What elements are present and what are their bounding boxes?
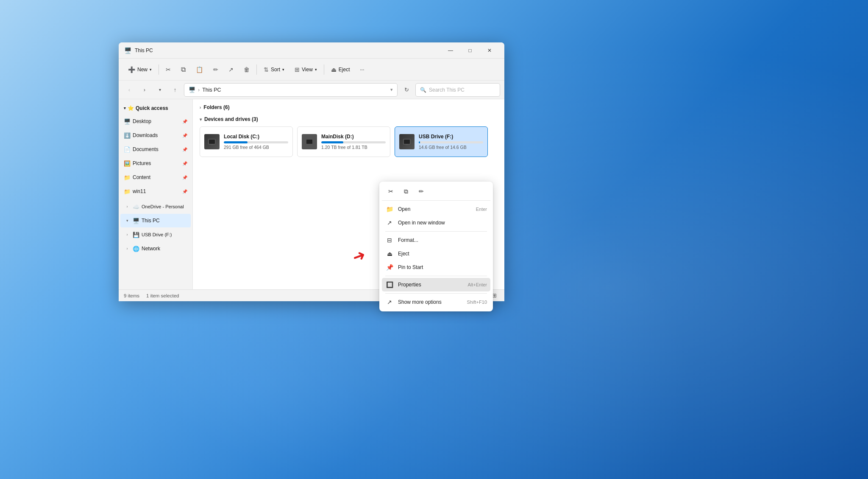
toolbar-separator-2 — [256, 64, 257, 75]
search-icon: 🔍 — [420, 87, 426, 93]
sidebar: ▾ ⭐ Quick access 🖥️ Desktop 📌 ⬇️ Downloa… — [119, 99, 193, 289]
usb-expand-icon: › — [124, 231, 131, 238]
ctx-open-new-window-label: Open in new window — [398, 220, 483, 226]
toolbar-separator-3 — [324, 64, 324, 75]
drive-f-name: USB Drive (F:) — [419, 134, 483, 140]
drive-f-icon — [399, 134, 415, 149]
explorer-window: 🖥️ This PC — □ ✕ ➕ New ▾ ✂ ⧉ 📋 ✏ ↗ — [119, 42, 504, 301]
drive-f[interactable]: USB Drive (F:) 14.6 GB free of 14.6 GB — [395, 126, 488, 157]
desktop-pin-icon: 📌 — [182, 119, 187, 124]
sidebar-onedrive-label: OneDrive - Personal — [142, 204, 187, 209]
window-title: This PC — [135, 48, 441, 53]
refresh-button[interactable]: ↻ — [400, 84, 413, 96]
toolbar-separator-1 — [159, 64, 159, 75]
delete-icon: 🗑 — [244, 66, 250, 73]
sidebar-item-downloads[interactable]: ⬇️ Downloads 📌 — [120, 129, 191, 142]
address-bar: ‹ › ▾ ↑ 🖥️ › This PC ▾ ↻ 🔍 Search This P… — [119, 81, 504, 99]
ctx-open-new-window-item[interactable]: ↗ Open in new window — [382, 216, 490, 230]
cut-icon: ✂ — [166, 66, 171, 73]
ctx-pin-start-label: Pin to Start — [398, 264, 487, 270]
folders-header[interactable]: › Folders (6) — [200, 104, 498, 110]
sidebar-documents-label: Documents — [133, 146, 180, 152]
drive-d-name: MainDisk (D:) — [321, 134, 386, 140]
ctx-properties-item[interactable]: 🔲 Properties Alt+Enter — [382, 278, 490, 291]
more-button[interactable]: ··· — [356, 62, 369, 77]
view-button[interactable]: ⊞ View ▾ — [290, 62, 321, 77]
back-button[interactable]: ‹ — [123, 84, 136, 96]
quick-access-header[interactable]: ▾ ⭐ Quick access — [120, 102, 191, 114]
usb-icon: 💾 — [133, 232, 139, 238]
paste-button[interactable]: 📋 — [192, 62, 207, 77]
drives-grid: Local Disk (C:) 291 GB free of 464 GB — [200, 126, 498, 157]
close-button[interactable]: ✕ — [480, 44, 499, 57]
rename-button[interactable]: ✏ — [209, 62, 223, 77]
sidebar-content-label: Content — [133, 174, 180, 180]
delete-button[interactable]: 🗑 — [239, 62, 254, 77]
ctx-properties-icon: 🔲 — [385, 281, 394, 288]
drive-c[interactable]: Local Disk (C:) 291 GB free of 464 GB — [200, 126, 293, 157]
ctx-more-options-item[interactable]: ↗ Show more options Shift+F10 — [382, 295, 490, 309]
window-icon: 🖥️ — [124, 47, 131, 54]
drive-c-icon — [204, 134, 220, 149]
ctx-copy-button[interactable]: ⧉ — [399, 185, 413, 198]
share-icon: ↗ — [228, 66, 234, 73]
drive-f-bar-fill — [419, 141, 420, 143]
eject-label: Eject — [339, 67, 350, 73]
drive-c-free: 291 GB free of 464 GB — [224, 145, 288, 150]
path-separator: › — [198, 87, 200, 93]
path-dropdown-icon[interactable]: ▾ — [390, 87, 393, 92]
ctx-eject-item[interactable]: ⏏ Eject — [382, 247, 490, 261]
eject-icon: ⏏ — [331, 66, 337, 73]
ctx-open-item[interactable]: 📁 Open Enter — [382, 202, 490, 216]
sidebar-item-content[interactable]: 📁 Content 📌 — [120, 171, 191, 184]
drive-d[interactable]: MainDisk (D:) 1.20 TB free of 1.81 TB — [297, 126, 390, 157]
ctx-pin-start-item[interactable]: 📌 Pin to Start — [382, 261, 490, 274]
sort-icon: ⇅ — [264, 66, 269, 73]
ctx-format-label: Format... — [398, 237, 487, 243]
devices-header[interactable]: ▾ Devices and drives (3) — [200, 116, 498, 122]
sidebar-item-network[interactable]: › 🌐 Network — [120, 242, 191, 255]
address-path[interactable]: 🖥️ › This PC ▾ — [184, 83, 398, 97]
content-icon: 📁 — [124, 174, 131, 181]
ctx-rename-button[interactable]: ✏ — [414, 185, 428, 198]
win11-pin-icon: 📌 — [182, 189, 187, 194]
eject-button[interactable]: ⏏ Eject — [327, 62, 354, 77]
svg-rect-1 — [209, 140, 215, 144]
pictures-icon: 🖼️ — [124, 160, 131, 167]
ctx-separator-3 — [385, 293, 487, 294]
new-icon: ➕ — [128, 66, 135, 73]
new-button[interactable]: ➕ New ▾ — [124, 62, 156, 77]
search-box[interactable]: 🔍 Search This PC — [415, 83, 500, 97]
sidebar-thispc-label: This PC — [142, 218, 187, 224]
quick-access-collapse-icon: ▾ — [124, 106, 126, 110]
sidebar-item-thispc[interactable]: ▾ 🖥️ This PC — [120, 214, 191, 227]
ctx-format-item[interactable]: ⊟ Format... — [382, 233, 490, 247]
sidebar-pictures-label: Pictures — [133, 160, 180, 166]
sidebar-item-onedrive[interactable]: › ☁️ OneDrive - Personal — [120, 200, 191, 213]
svg-rect-2 — [211, 144, 213, 145]
sidebar-item-desktop[interactable]: 🖥️ Desktop 📌 — [120, 115, 191, 128]
ctx-cut-button[interactable]: ✂ — [384, 185, 398, 198]
items-count: 9 items — [124, 293, 139, 298]
ctx-eject-label: Eject — [398, 251, 487, 257]
copy-button[interactable]: ⧉ — [177, 62, 190, 77]
view-dropdown-icon: ▾ — [315, 67, 317, 72]
cut-button[interactable]: ✂ — [161, 62, 175, 77]
drive-d-bar-bg — [321, 141, 386, 143]
drive-d-bar-fill — [321, 141, 343, 143]
sidebar-item-documents[interactable]: 📄 Documents 📌 — [120, 143, 191, 156]
new-label: New — [137, 67, 147, 73]
sidebar-item-pictures[interactable]: 🖼️ Pictures 📌 — [120, 157, 191, 170]
maximize-button[interactable]: □ — [460, 44, 480, 57]
share-button[interactable]: ↗ — [224, 62, 238, 77]
sidebar-item-win11[interactable]: 📁 win11 📌 — [120, 185, 191, 198]
minimize-button[interactable]: — — [441, 44, 460, 57]
forward-button[interactable]: › — [138, 84, 151, 96]
quick-access-label: Quick access — [136, 105, 168, 111]
up-button[interactable]: ↑ — [169, 84, 181, 96]
title-bar: 🖥️ This PC — □ ✕ — [119, 42, 504, 59]
ctx-properties-label: Properties — [398, 282, 463, 288]
dropdown-button[interactable]: ▾ — [153, 84, 166, 96]
sort-button[interactable]: ⇅ Sort ▾ — [259, 62, 289, 77]
sidebar-item-usb[interactable]: › 💾 USB Drive (F:) — [120, 228, 191, 241]
